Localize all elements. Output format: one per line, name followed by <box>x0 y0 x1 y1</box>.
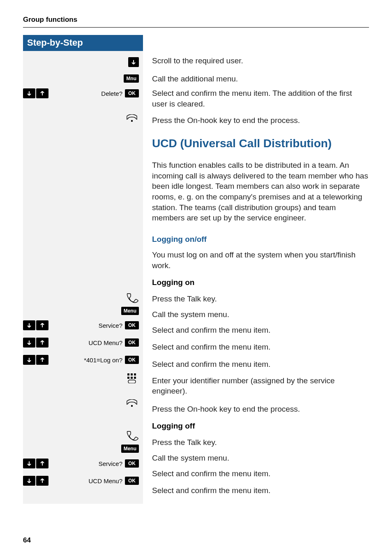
step-text: Press the Talk key. <box>152 437 369 448</box>
menu-item-ucd: UCD Menu? <box>88 477 122 484</box>
step-text: Select and confirm the menu item. <box>152 342 369 352</box>
arrow-up-key[interactable] <box>36 338 48 348</box>
page-header: Group functions <box>23 16 369 28</box>
step-text: Call the system menu. <box>152 453 369 463</box>
arrow-down-key[interactable] <box>23 88 35 98</box>
step-text: Press the Talk key. <box>152 294 369 304</box>
svg-point-0 <box>131 120 133 122</box>
ok-button[interactable]: OK <box>125 321 139 329</box>
ok-button[interactable]: OK <box>125 459 139 468</box>
menu-item-ucd: UCD Menu? <box>88 339 122 346</box>
arrow-up-key[interactable] <box>36 320 48 330</box>
step-sidebar: Step-by-Step Mnu <box>23 35 143 504</box>
arrow-down-key[interactable] <box>128 57 139 67</box>
ok-button[interactable]: OK <box>125 338 139 347</box>
logging-desc: You must log on and off at the system wh… <box>152 250 369 271</box>
svg-rect-4 <box>127 377 129 379</box>
arrow-down-key[interactable] <box>23 320 35 330</box>
arrow-up-key[interactable] <box>36 355 48 365</box>
step-text: Select and confirm the menu item. <box>152 325 369 336</box>
ok-button[interactable]: OK <box>125 89 139 97</box>
ok-button[interactable]: OK <box>125 477 139 485</box>
step-text: Select and confirm the menu item. <box>152 359 369 370</box>
svg-rect-3 <box>134 373 136 375</box>
arrow-down-key[interactable] <box>23 459 35 468</box>
step-text: Select and confirm the menu item. The ad… <box>152 88 369 109</box>
svg-rect-2 <box>131 373 133 375</box>
arrow-down-key[interactable] <box>23 476 35 486</box>
subsection-logging-off: Logging off <box>152 422 369 431</box>
onhook-icon[interactable] <box>125 399 139 410</box>
step-text: Select and confirm the menu item. <box>152 485 369 496</box>
ucd-intro: This function enables calls to be distri… <box>152 160 369 223</box>
ok-button[interactable]: OK <box>125 356 139 364</box>
menu-item-service: Service? <box>99 460 122 467</box>
menu-item-logon: *401=Log on? <box>84 357 122 364</box>
arrow-up-key[interactable] <box>36 476 48 486</box>
step-text: Enter your identifier number (assigned b… <box>152 375 369 396</box>
menu-button[interactable]: Menu <box>121 445 139 453</box>
svg-rect-1 <box>127 373 129 375</box>
svg-rect-5 <box>131 377 133 379</box>
svg-point-7 <box>131 405 133 407</box>
section-title-ucd: UCD (Universal Call Distribution) <box>152 137 369 150</box>
main-content: Scroll to the required user. Call the ad… <box>143 35 369 496</box>
step-text: Press the On-hook key to end the process… <box>152 404 369 415</box>
svg-rect-6 <box>134 377 136 379</box>
keypad-icon[interactable] <box>125 372 139 384</box>
arrow-down-key[interactable] <box>23 355 35 365</box>
step-by-step-header: Step-by-Step <box>23 35 143 51</box>
talk-key-icon[interactable] <box>125 292 139 303</box>
onhook-icon[interactable] <box>125 114 139 125</box>
step-text: Press the On-hook key to end the process… <box>152 115 369 126</box>
step-text: Select and confirm the menu item. <box>152 468 369 479</box>
menu-button[interactable]: Menu <box>121 307 139 315</box>
subsection-logging-on: Logging on <box>152 278 369 287</box>
step-text: Call the system menu. <box>152 309 369 320</box>
talk-key-icon[interactable] <box>125 430 139 441</box>
mnu-button[interactable]: Mnu <box>124 74 139 83</box>
step-text: Scroll to the required user. <box>152 56 369 66</box>
step-text: Call the additional menu. <box>152 74 369 84</box>
menu-item-service: Service? <box>99 322 122 329</box>
arrow-up-key[interactable] <box>36 88 48 98</box>
page-number: 64 <box>23 536 31 544</box>
arrow-up-key[interactable] <box>36 459 48 468</box>
menu-item-delete: Delete? <box>101 90 122 97</box>
subsection-logging-onoff: Logging on/off <box>152 235 369 244</box>
arrow-down-key[interactable] <box>23 338 35 348</box>
